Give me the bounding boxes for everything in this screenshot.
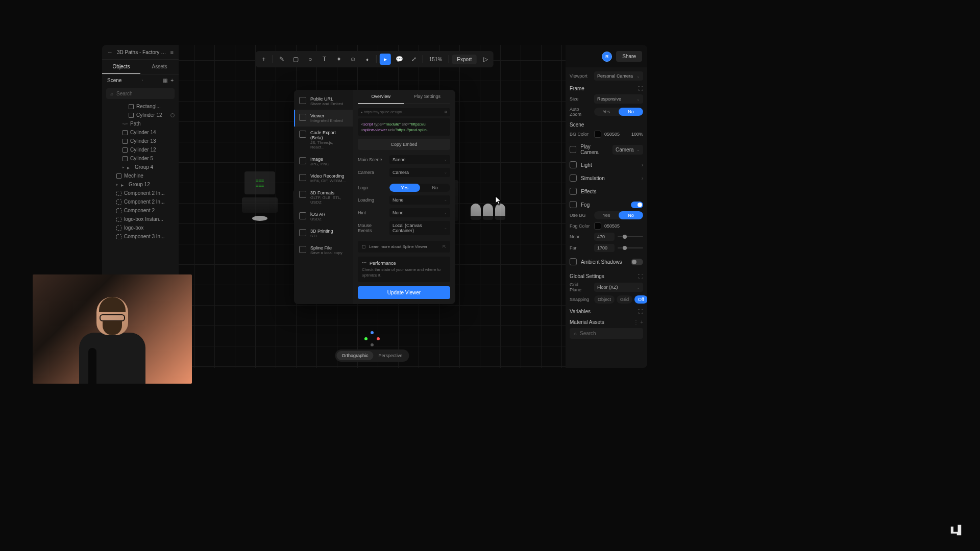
tab-objects[interactable]: Objects — [102, 60, 140, 74]
tree-item[interactable]: Component 2 In... — [102, 189, 179, 197]
view-gizmo[interactable] — [364, 331, 380, 346]
near-value[interactable]: 470 — [594, 233, 615, 241]
near-slider[interactable] — [618, 236, 643, 237]
tree-item[interactable]: ▸Group 4 — [102, 163, 179, 171]
fogcolor-swatch[interactable] — [594, 222, 601, 230]
export-option-public-url[interactable]: Public URLShare and Embed — [294, 93, 353, 110]
user-avatar[interactable]: R — [602, 52, 612, 62]
fogcolor-value[interactable]: 050505 — [604, 223, 620, 229]
tree-item[interactable]: Component 2 — [102, 206, 179, 215]
light-row[interactable]: Light› — [570, 158, 643, 171]
tree-item[interactable]: Component 2 In... — [102, 197, 179, 206]
tree-item[interactable]: Path — [102, 119, 179, 128]
export-option-3d-formats[interactable]: 3D FormatsGLTF, GLB, STL, USDZ — [294, 187, 353, 208]
bgcolor-value[interactable]: 050505 — [604, 132, 620, 137]
back-icon[interactable]: ← — [107, 49, 113, 55]
add-object-button[interactable]: + — [258, 54, 270, 65]
bgcolor-swatch[interactable] — [594, 131, 601, 138]
zoom-level[interactable]: 151% — [426, 57, 446, 62]
autozoom-toggle[interactable]: YesNo — [594, 108, 643, 116]
layout-icon[interactable]: ▦ — [163, 78, 167, 83]
tree-item[interactable]: Cylinder 5 — [102, 154, 179, 163]
snap-object[interactable]: Object — [594, 295, 615, 304]
main-scene-select[interactable]: Scene⌄ — [389, 155, 450, 164]
effects-row[interactable]: Effects — [570, 185, 643, 198]
material-assets-header[interactable]: Material Assets⋮ + — [570, 319, 643, 325]
share-button[interactable]: Share — [616, 51, 642, 62]
materials-search[interactable]: ⌕Search — [570, 328, 643, 339]
projection-switch[interactable]: Orthographic Perspective — [335, 349, 409, 362]
copy-embed-button[interactable]: Copy Embed — [358, 139, 450, 150]
text-tool-icon[interactable]: T — [319, 54, 330, 65]
update-viewer-button[interactable]: Update Viewer — [358, 286, 450, 299]
performance-card[interactable]: 〰Performance Check the state of your sce… — [358, 257, 450, 282]
snap-grid[interactable]: Grid — [617, 295, 632, 304]
tree-item[interactable]: ▸Group 12 — [102, 180, 179, 189]
preview-play-icon[interactable]: ▷ — [480, 54, 491, 65]
play-camera-row[interactable]: Play Camera Camera⌄ — [570, 141, 643, 158]
camera-select[interactable]: Camera⌄ — [389, 168, 450, 177]
frame-expand-icon[interactable]: ⛶ — [638, 86, 643, 91]
export-option-viewer[interactable]: ViewerIntegrated Embed — [294, 110, 353, 127]
variables-header[interactable]: Variables⛶ — [570, 309, 643, 314]
rectangle-tool-icon[interactable]: ▢ — [290, 54, 302, 65]
tab-assets[interactable]: Assets — [140, 60, 179, 74]
pen-tool-icon[interactable]: ✎ — [276, 54, 287, 65]
mouse-events-select[interactable]: Local (Canvas Container)⌄ — [389, 221, 450, 235]
far-slider[interactable] — [618, 247, 643, 248]
projection-perspective[interactable]: Perspective — [374, 351, 408, 360]
tab-overview[interactable]: Overview — [358, 90, 404, 104]
gridplane-select[interactable]: Floor (XZ)⌄ — [594, 283, 643, 292]
tree-item[interactable]: Rectangl... — [102, 102, 179, 111]
play-tool-button[interactable]: ▸ — [380, 54, 391, 65]
export-option-video-recording[interactable]: Video RecordingMP4, GIF, WEBM... — [294, 170, 353, 187]
tree-item[interactable]: Cylinder 13 — [102, 137, 179, 145]
export-option-3d-printing[interactable]: 3D PrintingSTL — [294, 225, 353, 242]
tree-item[interactable]: Component 3 In... — [102, 232, 179, 241]
tree-item[interactable]: logo-box — [102, 223, 179, 232]
tree-item[interactable]: Mechine — [102, 171, 179, 180]
usebg-toggle[interactable]: YesNo — [594, 211, 643, 219]
embed-code-preview-url: ▸ https://my.spline.design/...⧉ — [358, 108, 450, 116]
viewport-camera-select[interactable]: Personal Camera⌄ — [594, 71, 643, 81]
loading-select[interactable]: None⌄ — [389, 195, 450, 205]
comment-tool-icon[interactable]: 💬 — [394, 54, 405, 65]
export-option-ios-ar[interactable]: iOS ARUSDZ — [294, 208, 353, 225]
snap-off[interactable]: Off — [634, 295, 647, 304]
bgcolor-opacity[interactable]: 100% — [631, 132, 643, 137]
global-expand-icon[interactable]: ⛶ — [638, 273, 643, 279]
tree-item[interactable]: Cylinder 14 — [102, 128, 179, 137]
export-option-code-export-beta-[interactable]: Code Export (Beta)JS, Three.js, React... — [294, 127, 353, 153]
export-button[interactable]: Export — [452, 55, 477, 64]
scene-row[interactable]: Scene › ▦ + — [102, 74, 179, 86]
tree-item[interactable]: Cylinder 12 — [102, 145, 179, 154]
fog-row[interactable]: Fog — [570, 198, 643, 211]
tree-item[interactable]: logo-box Instan... — [102, 215, 179, 223]
menu-icon[interactable]: ≡ — [170, 49, 174, 55]
ambient-toggle[interactable] — [631, 259, 643, 265]
export-option-spline-file[interactable]: Spline FileSave a local copy — [294, 242, 353, 259]
projection-orthographic[interactable]: Orthographic — [336, 351, 373, 360]
logo-toggle[interactable]: YesNo — [389, 184, 450, 192]
star-tool-icon[interactable]: ✦ — [333, 54, 345, 65]
visibility-icon[interactable] — [170, 113, 175, 117]
ambient-shadows-row[interactable]: Ambient Shadows — [570, 255, 643, 268]
copy-url-icon[interactable]: ⧉ — [445, 110, 447, 114]
tree-item[interactable]: Cylinder 12 — [102, 111, 179, 119]
tag-tool-icon[interactable]: ⬧ — [362, 54, 373, 65]
emoji-tool-icon[interactable]: ☺ — [348, 54, 359, 65]
play-camera-select[interactable]: Camera⌄ — [612, 145, 643, 155]
size-select[interactable]: Responsive⌄ — [594, 94, 643, 104]
simulation-row[interactable]: Simulation› — [570, 171, 643, 185]
far-value[interactable]: 1700 — [594, 244, 615, 252]
fog-toggle[interactable] — [631, 202, 643, 208]
tab-play-settings[interactable]: Play Settings — [404, 90, 451, 104]
learn-more-link[interactable]: ▢Learn more about Spline Viewer⇱ — [358, 241, 450, 253]
frame-tool-icon[interactable]: ⤢ — [408, 54, 420, 65]
add-icon[interactable]: + — [170, 78, 174, 83]
search-input[interactable]: ⌕ Search — [106, 88, 175, 99]
export-option-image[interactable]: ImageJPG, PNG — [294, 153, 353, 170]
hint-select[interactable]: None⌄ — [389, 208, 450, 217]
embed-code-block[interactable]: <script type="module" src="https://u <sp… — [358, 118, 450, 136]
ellipse-tool-icon[interactable]: ○ — [305, 54, 316, 65]
